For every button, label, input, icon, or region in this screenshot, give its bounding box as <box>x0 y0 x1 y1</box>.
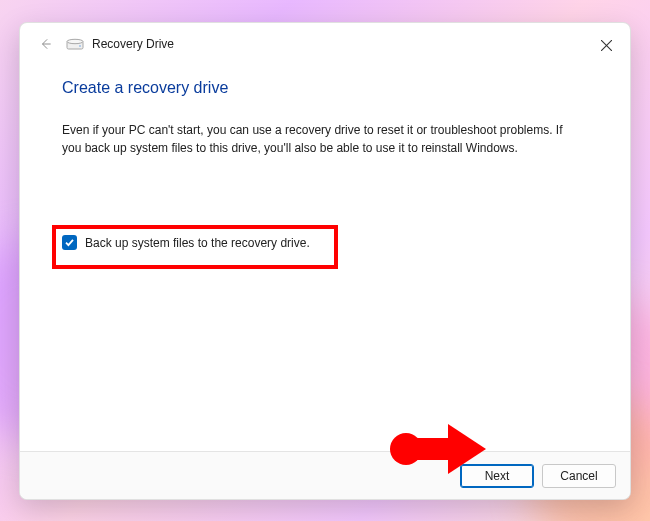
description-text: Even if your PC can't start, you can use… <box>62 121 582 157</box>
drive-icon <box>66 37 84 51</box>
svg-point-2 <box>79 45 81 47</box>
titlebar: Recovery Drive <box>20 23 630 65</box>
backup-checkbox-row[interactable]: Back up system files to the recovery dri… <box>62 235 310 250</box>
window-title: Recovery Drive <box>92 37 174 51</box>
page-heading: Create a recovery drive <box>62 79 588 97</box>
back-arrow-icon[interactable] <box>38 36 54 52</box>
close-button[interactable] <box>592 31 620 59</box>
recovery-drive-window: Recovery Drive Create a recovery drive E… <box>19 22 631 500</box>
footer-bar: Next Cancel <box>20 451 630 499</box>
backup-checkbox[interactable] <box>62 235 77 250</box>
next-button[interactable]: Next <box>460 464 534 488</box>
cancel-button[interactable]: Cancel <box>542 464 616 488</box>
svg-point-1 <box>67 39 83 43</box>
backup-checkbox-label[interactable]: Back up system files to the recovery dri… <box>85 236 310 250</box>
content-area: Create a recovery drive Even if your PC … <box>20 65 630 451</box>
